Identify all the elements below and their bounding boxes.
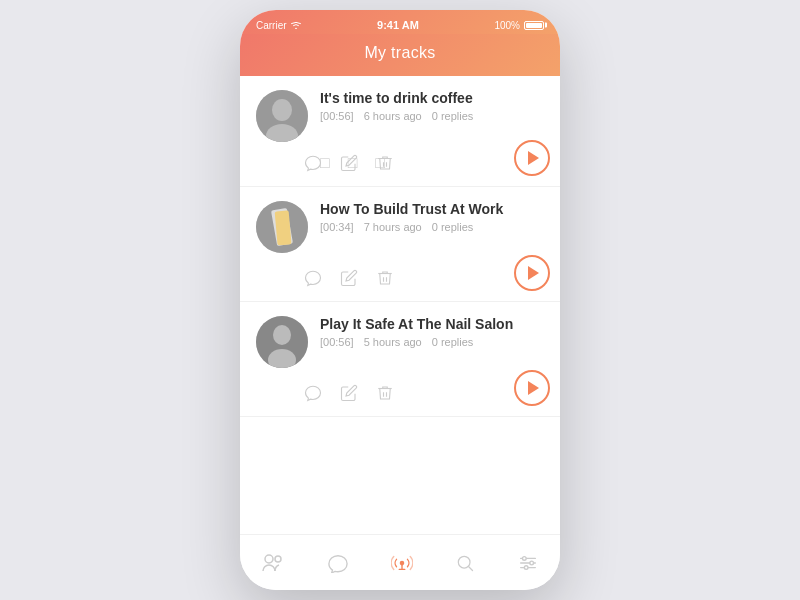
bubble-icon-1[interactable] — [304, 154, 322, 172]
track-title-3: Play It Safe At The Nail Salon — [320, 316, 544, 332]
track-time-2: 7 hours ago — [364, 221, 422, 233]
bottom-nav — [240, 534, 560, 590]
track-replies-1: 0 replies — [432, 110, 474, 122]
edit-icon-3[interactable] — [340, 384, 358, 402]
track-item-2: How To Build Trust At Work [00:34] 7 hou… — [240, 187, 560, 302]
svg-point-21 — [524, 565, 528, 569]
broadcast-icon — [391, 552, 413, 574]
svg-point-7 — [273, 325, 291, 345]
track-action-icons-1 — [304, 154, 394, 172]
track-action-icons-2 — [304, 269, 394, 287]
page-title: My tracks — [240, 44, 560, 62]
edit-icon-1[interactable] — [340, 154, 358, 172]
trash-icon-2[interactable] — [376, 269, 394, 287]
play-button-1[interactable] — [514, 140, 550, 176]
track-main-row-1: It's time to drink coffee [00:56] 6 hour… — [256, 90, 544, 142]
svg-point-1 — [272, 99, 292, 121]
svg-point-19 — [523, 556, 527, 560]
nav-item-search[interactable] — [449, 547, 481, 579]
status-bar: Carrier 9:41 AM 100% — [240, 10, 560, 34]
play-button-3[interactable] — [514, 370, 550, 406]
svg-point-10 — [275, 556, 281, 562]
track-duration-3: [00:56] — [320, 336, 354, 348]
track-time-3: 5 hours ago — [364, 336, 422, 348]
phone-frame: Carrier 9:41 AM 100% My tracks — [240, 10, 560, 590]
track-duration-2: [00:34] — [320, 221, 354, 233]
track-item-1: It's time to drink coffee [00:56] 6 hour… — [240, 76, 560, 187]
trash-icon-1[interactable] — [376, 154, 394, 172]
sliders-icon — [517, 553, 539, 573]
battery-fill — [526, 23, 542, 28]
avatar-image-1 — [256, 90, 308, 142]
track-info-2: How To Build Trust At Work [00:34] 7 hou… — [320, 201, 544, 233]
nav-item-messages[interactable] — [321, 547, 355, 579]
track-duration-1: [00:56] — [320, 110, 354, 122]
search-icon — [455, 553, 475, 573]
play-triangle-3 — [528, 381, 539, 395]
track-main-row-3: Play It Safe At The Nail Salon [00:56] 5… — [256, 316, 544, 368]
avatar-image-3 — [256, 316, 308, 368]
track-actions-1: □ □ □ — [256, 152, 544, 180]
track-meta-2: [00:34] 7 hours ago 0 replies — [320, 221, 544, 233]
track-avatar-2 — [256, 201, 308, 253]
play-triangle-2 — [528, 266, 539, 280]
track-title-2: How To Build Trust At Work — [320, 201, 544, 217]
avatar-image-2 — [256, 201, 308, 253]
action-spacer-3 — [256, 378, 544, 410]
carrier-text: Carrier — [256, 20, 287, 31]
play-triangle-1 — [528, 151, 539, 165]
svg-point-9 — [265, 555, 273, 563]
track-item-3: Play It Safe At The Nail Salon [00:56] 5… — [240, 302, 560, 417]
svg-line-15 — [469, 566, 473, 570]
status-time: 9:41 AM — [377, 19, 419, 31]
track-replies-2: 0 replies — [432, 221, 474, 233]
battery-percent: 100% — [494, 20, 520, 31]
play-button-2[interactable] — [514, 255, 550, 291]
track-info-1: It's time to drink coffee [00:56] 6 hour… — [320, 90, 544, 122]
track-action-icons-3 — [304, 384, 394, 402]
nav-item-friends[interactable] — [255, 547, 291, 579]
track-info-3: Play It Safe At The Nail Salon [00:56] 5… — [320, 316, 544, 348]
edit-icon-2[interactable] — [340, 269, 358, 287]
track-avatar-3 — [256, 316, 308, 368]
nav-item-broadcast[interactable] — [385, 546, 419, 580]
track-title-1: It's time to drink coffee — [320, 90, 544, 106]
carrier-label: Carrier — [256, 20, 302, 31]
header: My tracks — [240, 34, 560, 76]
nav-item-settings[interactable] — [511, 547, 545, 579]
trash-icon-3[interactable] — [376, 384, 394, 402]
track-meta-3: [00:56] 5 hours ago 0 replies — [320, 336, 544, 348]
svg-point-20 — [530, 561, 534, 565]
chat-icon — [327, 553, 349, 573]
tracks-list: It's time to drink coffee [00:56] 6 hour… — [240, 76, 560, 534]
track-meta-1: [00:56] 6 hours ago 0 replies — [320, 110, 544, 122]
bubble-icon-3[interactable] — [304, 384, 322, 402]
track-avatar-1 — [256, 90, 308, 142]
track-main-row-2: How To Build Trust At Work [00:34] 7 hou… — [256, 201, 544, 253]
battery-icon — [524, 21, 544, 30]
bubble-icon-2[interactable] — [304, 269, 322, 287]
people-icon — [261, 553, 285, 573]
svg-rect-5 — [275, 210, 292, 245]
action-spacer-2 — [256, 263, 544, 295]
track-replies-3: 0 replies — [432, 336, 474, 348]
status-right: 100% — [494, 20, 544, 31]
track-time-1: 6 hours ago — [364, 110, 422, 122]
svg-point-14 — [458, 556, 470, 568]
wifi-icon — [290, 21, 302, 30]
